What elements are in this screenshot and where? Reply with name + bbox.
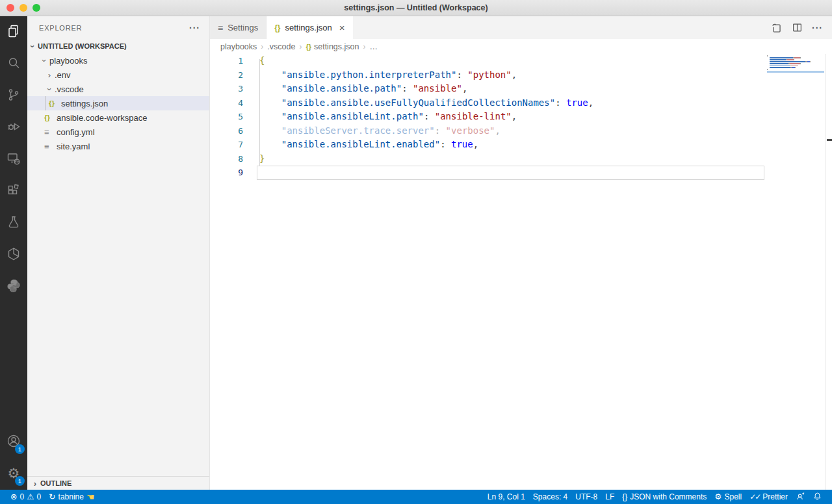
tree-item-ansible-code-workspace[interactable]: {}ansible.code-workspace <box>27 110 209 125</box>
tree-item-playbooks[interactable]: ›playbooks <box>27 53 209 68</box>
error-count: 0 <box>20 492 24 501</box>
activity-bar-collections-button[interactable] <box>0 239 27 271</box>
line-content[interactable]: } <box>243 152 265 166</box>
tab-settings[interactable]: ≡ Settings <box>210 16 266 39</box>
search-icon <box>6 55 21 73</box>
chevron-down-icon: › <box>45 84 55 94</box>
problems-button[interactable]: ⊗ 0 ⚠ 0 <box>6 490 45 504</box>
line-content[interactable]: { <box>243 54 265 68</box>
encoding-setting[interactable]: UTF-8 <box>571 490 601 504</box>
close-tab-icon[interactable]: × <box>339 22 345 33</box>
status-bar: ⊗ 0 ⚠ 0 ↻ tabnine ☚ Ln 9, Col 1 Spaces: … <box>0 490 832 504</box>
breadcrumb-playbooks[interactable]: playbooks <box>220 42 257 51</box>
accounts-button[interactable]: 1 <box>0 426 27 458</box>
activity-bar-source-control-button[interactable] <box>0 80 27 112</box>
line-content[interactable]: "ansibleServer.trace.server": "verbose", <box>243 124 500 138</box>
line-number[interactable]: 1 <box>210 54 243 68</box>
line-content[interactable]: "ansible.ansibleLint.enabled": true, <box>243 138 478 152</box>
minimap-line <box>767 65 824 66</box>
activity-bar-run-debug-button[interactable] <box>0 112 27 144</box>
workspace-section-label: UNTITLED (WORKSPACE) <box>38 42 127 50</box>
json-file-icon: {} <box>44 114 57 121</box>
activity-bar-search-button[interactable] <box>0 48 27 80</box>
window-title: settings.json — Untitled (Workspace) <box>344 3 488 12</box>
title-bar: settings.json — Untitled (Workspace) <box>0 0 832 16</box>
chevron-right-icon: › <box>44 70 55 80</box>
tab-bar: ≡ Settings {} settings.json × <box>210 16 832 39</box>
line-number[interactable]: 9 <box>210 166 243 180</box>
line-content[interactable]: "ansible.ansible.path": "ansible", <box>243 82 467 96</box>
minimize-window-button[interactable] <box>20 4 27 12</box>
status-bar-right: Ln 9, Col 1 Spaces: 4 UTF-8 LF {} JSON w… <box>484 490 826 504</box>
eol-setting[interactable]: LF <box>601 490 618 504</box>
tree-item-label: .vscode <box>55 84 84 94</box>
testing-icon <box>6 214 21 233</box>
more-actions-button[interactable]: ··· <box>812 23 823 33</box>
tree-item-settings-json[interactable]: {}settings.json <box>27 96 209 110</box>
double-check-icon: ✓✓ <box>749 492 760 501</box>
line-number[interactable]: 3 <box>210 82 243 96</box>
explorer-more-actions-button[interactable]: ··· <box>189 23 200 33</box>
file-tree: ›playbooks›.env›.vscode{}settings.json{}… <box>27 53 209 153</box>
yaml-file-icon: ≡ <box>44 142 57 151</box>
open-settings-ui-button[interactable] <box>771 22 783 34</box>
editor-group: ≡ Settings {} settings.json × <box>210 16 832 490</box>
activity-bar-explorer-button[interactable] <box>0 16 27 48</box>
breadcrumb-separator: › <box>299 42 302 51</box>
cursor-position[interactable]: Ln 9, Col 1 <box>484 490 529 504</box>
tree-item--vscode[interactable]: ›.vscode <box>27 82 209 96</box>
tree-item-site-yaml[interactable]: ≡site.yaml <box>27 139 209 153</box>
line-content[interactable]: "ansible.python.interpreterPath": "pytho… <box>243 68 517 82</box>
activity-bar-items <box>0 16 27 303</box>
code-line-4[interactable]: 4 "ansible.ansible.useFullyQualifiedColl… <box>210 96 832 110</box>
maximize-window-button[interactable] <box>32 4 40 12</box>
notifications-button[interactable] <box>809 490 826 504</box>
warning-icon: ⚠ <box>27 493 34 501</box>
line-content[interactable]: "ansible.ansible.useFullyQualifiedCollec… <box>243 96 593 110</box>
line-number[interactable]: 4 <box>210 96 243 110</box>
feedback-button[interactable] <box>792 490 809 504</box>
spell-checker-status[interactable]: ⚙ Spell <box>710 490 746 504</box>
line-number[interactable]: 7 <box>210 138 243 152</box>
activity-bar-extensions-button[interactable] <box>0 175 27 207</box>
tabnine-status[interactable]: ↻ tabnine ☚ <box>45 490 98 504</box>
language-mode[interactable]: {} JSON with Comments <box>618 490 710 504</box>
split-editor-button[interactable] <box>792 22 803 33</box>
code-line-1[interactable]: 1{ <box>210 54 832 68</box>
code-line-3[interactable]: 3 "ansible.ansible.path": "ansible", <box>210 82 832 96</box>
activity-bar-remote-explorer-button[interactable] <box>0 144 27 175</box>
minimap[interactable] <box>767 55 824 73</box>
breadcrumb-settings-json[interactable]: {} settings.json <box>306 42 359 51</box>
tree-item-config-yml[interactable]: ≡config.yml <box>27 125 209 139</box>
minimap-line <box>767 61 824 62</box>
code-line-2[interactable]: 2 "ansible.python.interpreterPath": "pyt… <box>210 68 832 82</box>
code-line-7[interactable]: 7 "ansible.ansibleLint.enabled": true, <box>210 138 832 152</box>
breadcrumb-vscode[interactable]: .vscode <box>267 42 295 51</box>
workspace-section-header[interactable]: › UNTITLED (WORKSPACE) <box>27 39 209 53</box>
manage-button[interactable]: ⚙ 1 <box>0 458 27 490</box>
tree-item--env[interactable]: ›.env <box>27 68 209 82</box>
outline-section-header[interactable]: › OUTLINE <box>27 476 209 490</box>
line-number[interactable]: 8 <box>210 152 243 166</box>
overview-ruler-mark <box>827 139 832 141</box>
minimap-line <box>767 55 824 57</box>
activity-bar-testing-button[interactable] <box>0 207 27 239</box>
code-line-8[interactable]: 8} <box>210 152 832 166</box>
code-line-6[interactable]: 6 "ansibleServer.trace.server": "verbose… <box>210 124 832 138</box>
code-editor[interactable]: 1{2 "ansible.python.interpreterPath": "p… <box>210 54 832 490</box>
code-line-5[interactable]: 5 "ansible.ansibleLint.path": "ansible-l… <box>210 110 832 124</box>
chevron-down-icon: › <box>40 55 49 66</box>
tab-settings-json[interactable]: {} settings.json × <box>266 16 352 39</box>
line-content[interactable]: "ansible.ansibleLint.path": "ansible-lin… <box>243 110 517 124</box>
close-window-button[interactable] <box>6 4 14 12</box>
line-number[interactable]: 6 <box>210 124 243 138</box>
yaml-file-icon: ≡ <box>44 127 57 137</box>
line-number[interactable]: 5 <box>210 110 243 124</box>
activity-bar: 1 ⚙ 1 <box>0 16 27 490</box>
activity-bar-python-button[interactable] <box>0 271 27 303</box>
line-number[interactable]: 2 <box>210 68 243 82</box>
indentation-setting[interactable]: Spaces: 4 <box>529 490 571 504</box>
current-line-highlight <box>257 166 764 180</box>
prettier-status[interactable]: ✓✓ Prettier <box>746 490 792 504</box>
breadcrumb-symbol-ellipsis[interactable]: … <box>369 42 378 51</box>
